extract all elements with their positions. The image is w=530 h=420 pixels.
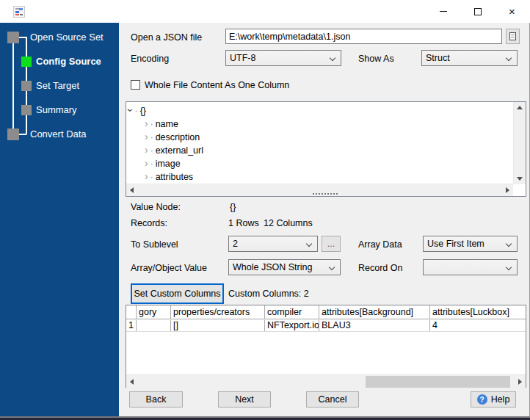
tree-node[interactable]: ›·name (145, 117, 178, 130)
array-data-select[interactable]: Use First Item (423, 236, 518, 252)
whole-file-checkbox[interactable] (131, 80, 140, 90)
array-object-value-value: Whole JSON String (233, 262, 312, 272)
tree-node-label: image (156, 159, 181, 169)
column-header[interactable]: compiler (265, 305, 319, 319)
title-bar: × (0, 0, 530, 23)
json-tree: ›·{} ›·name ›·description ›·external_url… (126, 101, 526, 197)
table-row[interactable]: 1 [] NFTexport.io BLAU3 4 (126, 320, 526, 332)
collapsed-chevron-icon[interactable]: › (145, 156, 148, 170)
step-marker-summary (21, 105, 32, 115)
collapsed-chevron-icon[interactable]: › (145, 143, 148, 156)
encoding-value: UTF-8 (230, 53, 255, 63)
browse-file-button[interactable] (506, 29, 520, 44)
records-columns-value: 12 Columns (264, 217, 313, 229)
sublevel-more-button[interactable]: ... (322, 236, 341, 252)
tree-node-root[interactable]: ›·{} (129, 104, 146, 117)
column-header[interactable]: attributes[Luckbox] (430, 305, 526, 319)
array-object-value-label: Array/Object Value (131, 262, 207, 274)
table-cell: BLAU3 (319, 320, 430, 331)
to-sublevel-select[interactable]: 2 (228, 236, 318, 252)
chevron-down-icon (506, 55, 512, 61)
whole-file-checkbox-label: Whole File Content As One Column (145, 79, 289, 91)
column-header[interactable]: attributes[Background] (319, 305, 430, 319)
help-icon: ? (477, 394, 487, 405)
maximize-button[interactable] (460, 0, 495, 23)
tree-dot: · (148, 119, 156, 129)
help-button[interactable]: ? Help (471, 391, 516, 408)
encoding-select[interactable]: UTF-8 (225, 50, 341, 66)
step-connector-top (18, 37, 26, 38)
next-button[interactable]: Next (218, 391, 271, 408)
value-node-value: {} (230, 201, 236, 213)
step-connector-main (12, 43, 14, 129)
array-data-label: Array Data (358, 239, 402, 250)
chevron-down-icon (506, 241, 512, 247)
table-cell (137, 320, 171, 331)
splitter-handle[interactable] (313, 193, 338, 195)
custom-columns-status: Custom Columns: 2 (228, 288, 309, 300)
help-button-label: Help (491, 394, 510, 405)
to-sublevel-label: To Sublevel (131, 239, 178, 250)
set-custom-columns-button[interactable]: Set Custom Columns (131, 283, 224, 304)
to-sublevel-value: 2 (233, 239, 238, 249)
collapsed-chevron-icon[interactable]: › (145, 170, 148, 183)
tree-vertical-scrollbar[interactable] (513, 102, 526, 184)
column-header[interactable] (126, 305, 137, 319)
wizard-sidebar: Open Source Set Config Source Set Target… (0, 23, 119, 416)
back-button[interactable]: Back (129, 391, 183, 408)
tree-node-label: external_url (156, 145, 203, 156)
scroll-down-icon[interactable] (517, 177, 523, 181)
preview-table: gory properties/creators compiler attrib… (126, 305, 526, 388)
step-summary: Summary (36, 104, 77, 116)
file-path-input[interactable] (225, 29, 502, 44)
expanded-chevron-icon[interactable]: › (124, 109, 137, 112)
column-header[interactable]: properties/creators (171, 305, 265, 319)
chevron-down-icon (329, 264, 335, 270)
column-header[interactable]: gory (137, 305, 171, 319)
tree-node-label: attributes (156, 172, 193, 182)
scroll-right-icon[interactable] (518, 379, 522, 385)
table-cell: 4 (430, 320, 526, 331)
chevron-down-icon (306, 241, 312, 247)
scroll-up-icon[interactable] (517, 106, 523, 109)
close-button[interactable]: × (495, 0, 529, 23)
step-marker-open-source-set (7, 32, 19, 43)
wizard-window: × Open Source Set Config Source Set Targ… (0, 0, 530, 420)
step-convert-data: Convert Data (30, 128, 87, 140)
file-label: Open a JSON file (131, 32, 202, 43)
step-marker-convert-data (7, 128, 19, 140)
scroll-left-icon[interactable] (130, 187, 134, 193)
tree-dot: · (148, 132, 156, 142)
tree-node[interactable]: ›·image (145, 156, 181, 170)
scrollbar-thumb[interactable] (366, 376, 510, 388)
close-icon: × (509, 6, 515, 17)
tree-node[interactable]: ›·external_url (145, 143, 203, 156)
tree-node[interactable]: ›·attributes (145, 170, 193, 183)
collapsed-chevron-icon[interactable]: › (145, 130, 148, 143)
minimize-icon (440, 11, 447, 12)
table-header-row: gory properties/creators compiler attrib… (126, 305, 526, 319)
step-set-target: Set Target (36, 80, 79, 92)
file-icon (509, 32, 516, 40)
tree-node[interactable]: ›·description (145, 130, 200, 143)
scroll-left-icon[interactable] (130, 379, 134, 385)
tree-root-label: {} (140, 106, 146, 116)
chevron-down-icon (330, 55, 335, 61)
minimize-button[interactable] (426, 0, 460, 23)
array-object-value-select[interactable]: Whole JSON String (228, 259, 341, 275)
encoding-label: Encoding (131, 53, 169, 65)
scroll-right-icon[interactable] (506, 187, 509, 193)
tree-dot: · (148, 159, 156, 169)
row-number-cell: 1 (126, 320, 137, 331)
record-on-select[interactable] (423, 259, 518, 275)
step-marker-config-source (21, 57, 32, 67)
table-cell: [] (171, 320, 265, 331)
collapsed-chevron-icon[interactable]: › (145, 117, 148, 130)
records-label: Records: (131, 217, 167, 229)
show-as-select[interactable]: Struct (421, 50, 518, 66)
table-cell: NFTexport.io (265, 320, 319, 331)
show-as-value: Struct (426, 53, 450, 63)
chevron-down-icon (506, 264, 512, 270)
cancel-button[interactable]: Cancel (306, 391, 359, 408)
table-horizontal-scrollbar[interactable] (126, 374, 526, 388)
